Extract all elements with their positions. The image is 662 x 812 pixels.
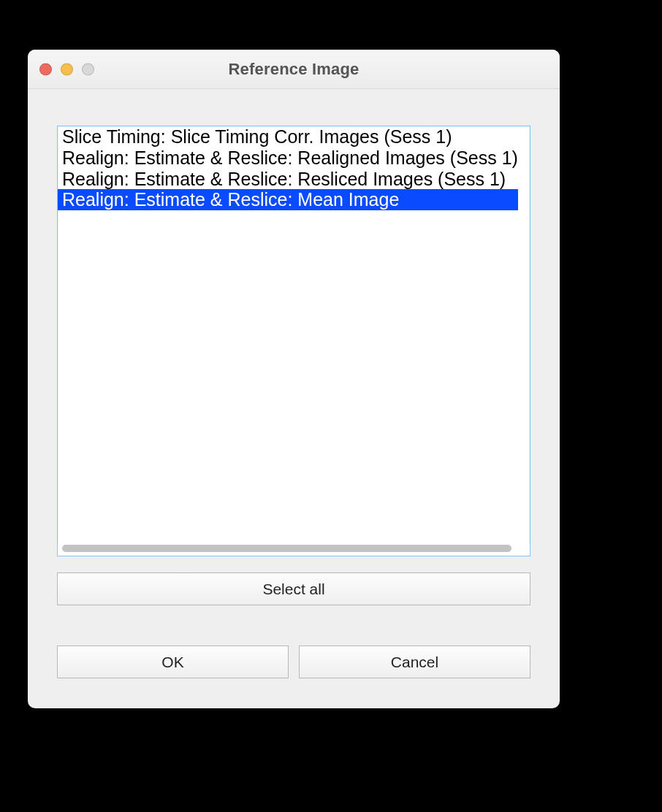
window-title: Reference Image (28, 60, 560, 79)
list-item[interactable]: Slice Timing: Slice Timing Corr. Images … (58, 126, 518, 148)
dialog-window: Reference Image Slice Timing: Slice Timi… (28, 50, 560, 708)
dialog-content: Slice Timing: Slice Timing Corr. Images … (28, 89, 560, 708)
reference-image-listbox[interactable]: Slice Timing: Slice Timing Corr. Images … (58, 126, 530, 543)
ok-button[interactable]: OK (57, 646, 289, 678)
horizontal-scrollbar[interactable] (58, 543, 530, 556)
listbox-container: Slice Timing: Slice Timing Corr. Images … (57, 126, 530, 556)
traffic-lights (39, 63, 94, 75)
titlebar: Reference Image (28, 50, 560, 89)
list-item[interactable]: Realign: Estimate & Reslice: Realigned I… (58, 148, 518, 169)
select-all-button[interactable]: Select all (57, 572, 530, 605)
ok-label: OK (161, 654, 183, 671)
horizontal-scrollbar-thumb[interactable] (62, 545, 511, 552)
select-all-row: Select all (57, 572, 530, 605)
list-item[interactable]: Realign: Estimate & Reslice: Mean Image (58, 189, 518, 210)
cancel-label: Cancel (391, 654, 438, 671)
ok-cancel-row: OK Cancel (57, 646, 530, 678)
select-all-label: Select all (262, 581, 324, 598)
cancel-button[interactable]: Cancel (299, 646, 530, 678)
window-minimize-button[interactable] (61, 63, 73, 75)
window-close-button[interactable] (39, 63, 52, 75)
list-item[interactable]: Realign: Estimate & Reslice: Resliced Im… (58, 169, 518, 190)
window-zoom-button[interactable] (82, 63, 94, 75)
